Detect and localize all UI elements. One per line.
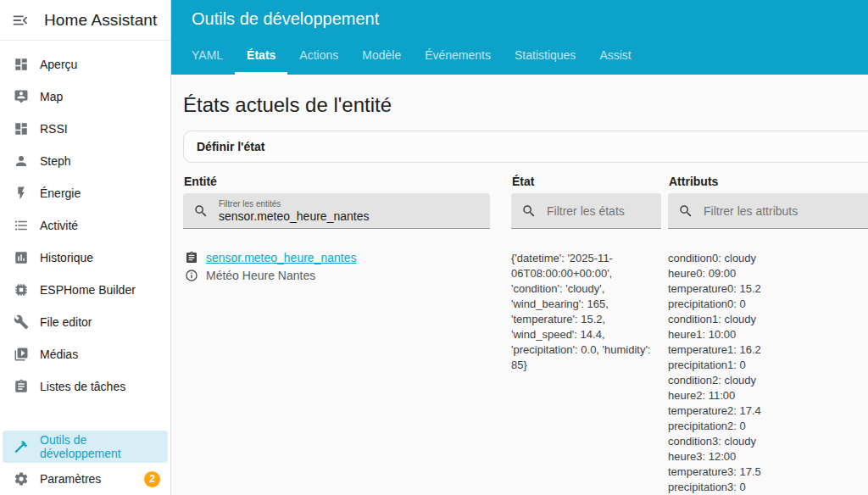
entity-id-link[interactable]: sensor.meteo_heure_nantes <box>206 251 356 264</box>
entity-cell: sensor.meteo_heure_nantes Météo Heure Na… <box>183 248 511 495</box>
sidebar-item-apercu[interactable]: Aperçu <box>3 48 168 81</box>
page-title: Outils de développement <box>171 0 868 38</box>
sidebar-item-listes-de-taches[interactable]: Listes de tâches <box>3 370 168 403</box>
sidebar-item-map[interactable]: Map <box>3 81 168 113</box>
format-list-bulleted-icon <box>14 218 29 233</box>
states-content: États actuels de l'entité Définir l'état… <box>171 75 868 495</box>
search-icon <box>678 203 693 219</box>
column-header-attributes: Attributs <box>668 175 868 193</box>
home-assistant-app: Home Assistant Aperçu Map RSSI <box>0 0 868 495</box>
sidebar-toggle-icon[interactable] <box>11 11 30 30</box>
app-title: Home Assistant <box>44 11 157 30</box>
sidebar-item-activite[interactable]: Activité <box>3 209 168 242</box>
play-box-multiple-icon <box>14 347 29 362</box>
sidebar-item-energie[interactable]: Énergie <box>3 177 168 209</box>
tab-assist[interactable]: Assist <box>587 38 643 75</box>
hammer-icon <box>14 439 29 454</box>
main-pane: Outils de développement YAML États Actio… <box>171 0 868 495</box>
info-icon[interactable] <box>185 269 198 282</box>
set-state-label: Définir l'état <box>197 140 264 153</box>
account-icon <box>14 153 29 169</box>
tab-etats[interactable]: États <box>235 38 287 75</box>
section-heading: États actuels de l'entité <box>183 93 868 117</box>
tab-yaml[interactable]: YAML <box>180 38 235 75</box>
sidebar-header: Home Assistant <box>0 0 170 41</box>
sidebar-bottom-menu: Outils de développement Paramètres 2 <box>0 423 170 495</box>
sidebar: Home Assistant Aperçu Map RSSI <box>0 0 171 495</box>
state-filter-field[interactable] <box>511 193 661 229</box>
table-row: sensor.meteo_heure_nantes Météo Heure Na… <box>183 241 868 495</box>
tab-actions[interactable]: Actions <box>287 38 350 75</box>
state-filter-input[interactable] <box>547 204 661 218</box>
tab-bar: YAML États Actions Modèle Év <box>171 38 868 75</box>
entity-filter-label: Filtrer les entités <box>219 198 490 209</box>
sidebar-item-medias[interactable]: Médias <box>3 338 168 370</box>
app-header: Outils de développement YAML États Actio… <box>171 0 868 75</box>
flash-icon <box>14 186 29 201</box>
attributes-value: condition0: cloudy heure0: 09:00 tempera… <box>668 248 868 495</box>
copy-entity-id-icon[interactable] <box>185 251 198 264</box>
sidebar-item-file-editor[interactable]: File editor <box>3 306 168 338</box>
view-dashboard-icon <box>14 121 29 136</box>
attributes-filter-field[interactable] <box>668 193 868 229</box>
wrench-icon <box>14 314 29 330</box>
sidebar-spacer <box>0 403 170 423</box>
chart-box-icon <box>14 250 29 265</box>
tab-statistiques[interactable]: Statistiques <box>503 38 587 75</box>
notification-badge: 2 <box>144 471 160 487</box>
column-header-state: État <box>511 175 668 193</box>
sidebar-item-steph[interactable]: Steph <box>3 145 168 177</box>
sidebar-item-esphome-builder[interactable]: ESPHome Builder <box>3 274 168 306</box>
sidebar-item-historique[interactable]: Historique <box>3 242 168 274</box>
tab-modele[interactable]: Modèle <box>350 38 413 75</box>
entity-filter-input[interactable] <box>219 209 490 223</box>
memory-icon <box>14 282 29 298</box>
sidebar-item-parametres[interactable]: Paramètres 2 <box>3 463 168 495</box>
state-value: {'datetime': '2025-11-06T08:00:00+00:00'… <box>511 248 661 373</box>
set-state-expansion-panel[interactable]: Définir l'état <box>183 131 868 163</box>
search-icon <box>193 203 209 219</box>
cog-icon <box>14 471 29 487</box>
clipboard-text-icon <box>14 379 29 394</box>
sidebar-item-outils-de-developpement[interactable]: Outils de développement <box>3 431 168 463</box>
search-icon <box>521 203 537 219</box>
entity-friendly-name: Météo Heure Nantes <box>206 269 315 282</box>
view-dashboard-icon <box>14 57 29 72</box>
sidebar-menu: Aperçu Map RSSI Steph <box>0 41 170 403</box>
tooltip-account-icon <box>14 89 29 104</box>
tab-evenements[interactable]: Événements <box>413 38 503 75</box>
entity-filter-field[interactable]: Filtrer les entités <box>183 193 490 229</box>
attributes-filter-input[interactable] <box>704 204 868 218</box>
column-header-entity: Entité <box>183 175 511 193</box>
sidebar-item-rssi[interactable]: RSSI <box>3 113 168 145</box>
